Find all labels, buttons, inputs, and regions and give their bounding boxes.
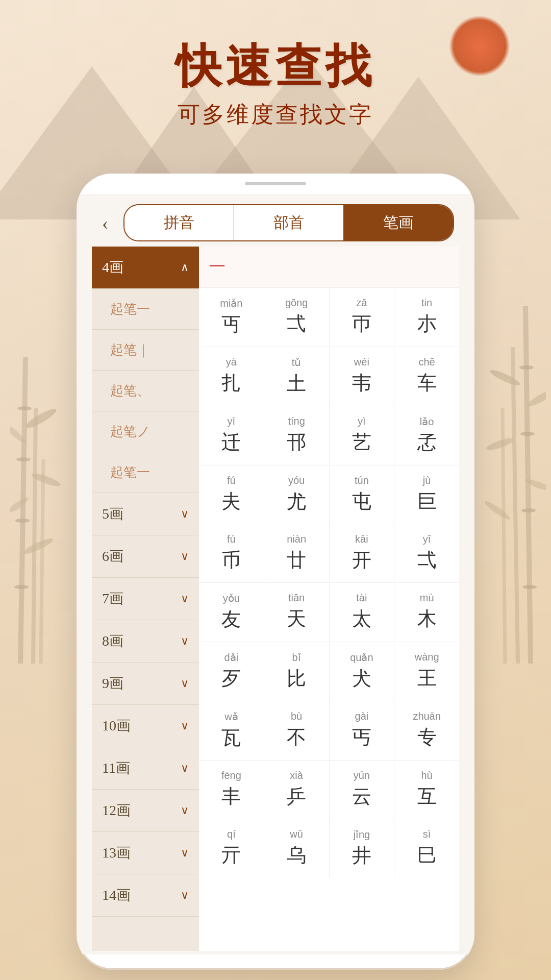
char-cell-3-1[interactable]: tíng邗 <box>264 406 329 465</box>
sidebar-item-10[interactable]: 9画∨ <box>92 663 199 705</box>
svg-point-18 <box>522 585 537 589</box>
sidebar-item-label-9: 8画 <box>102 631 123 651</box>
char-hanzi-5-1: 廿 <box>269 547 324 573</box>
char-pinyin-9-3: hù <box>399 770 454 781</box>
char-pinyin-8-1: bù <box>269 710 324 722</box>
char-cell-3-3[interactable]: lǎo孞 <box>394 406 459 465</box>
char-cell-10-2[interactable]: jǐng井 <box>330 819 394 878</box>
char-cell-8-1[interactable]: bù不 <box>264 701 329 760</box>
sidebar-item-13[interactable]: 12画∨ <box>92 790 199 832</box>
char-cell-4-2[interactable]: tún屯 <box>330 465 394 524</box>
sidebar-item-14[interactable]: 13画∨ <box>92 832 199 874</box>
char-cell-2-3[interactable]: chē车 <box>394 347 459 406</box>
sidebar-item-label-7: 6画 <box>102 547 123 566</box>
svg-point-17 <box>521 508 536 512</box>
char-cell-8-3[interactable]: zhuān专 <box>394 701 459 760</box>
char-hanzi-8-1: 不 <box>269 724 324 750</box>
char-cell-7-0[interactable]: dǎi歹 <box>199 642 264 701</box>
sidebar-item-15[interactable]: 14画∨ <box>92 874 199 917</box>
sidebar-item-9[interactable]: 8画∨ <box>92 620 199 663</box>
sidebar-item-6[interactable]: 5画∨ <box>92 493 199 535</box>
char-cell-9-2[interactable]: yún云 <box>330 761 394 819</box>
char-cell-8-2[interactable]: gài丐 <box>330 701 394 760</box>
sidebar-item-1[interactable]: 起笔一 <box>92 289 199 330</box>
char-grid: miǎn丏gōng弌zā帀tin朩yà扎tǔ土wéi韦chē车yī迁tíng邗y… <box>199 288 459 878</box>
sidebar-chevron-12: ∨ <box>181 762 189 775</box>
svg-point-16 <box>520 432 535 436</box>
char-hanzi-1-2: 帀 <box>335 311 389 337</box>
char-hanzi-3-2: 艺 <box>335 429 389 455</box>
char-cell-5-3[interactable]: yī弌 <box>394 524 459 582</box>
selected-char-bar: 一 <box>199 247 459 288</box>
char-cell-4-3[interactable]: jù巨 <box>394 465 459 524</box>
char-cell-1-2[interactable]: zā帀 <box>330 288 394 347</box>
sidebar-item-7[interactable]: 6画∨ <box>92 535 199 578</box>
char-cell-2-2[interactable]: wéi韦 <box>330 347 394 406</box>
char-hanzi-4-0: 夫 <box>204 488 259 514</box>
status-line <box>245 182 306 185</box>
sidebar-item-11[interactable]: 10画∨ <box>92 705 199 747</box>
bamboo-right-decoration <box>485 306 546 664</box>
char-cell-6-1[interactable]: tiān天 <box>264 583 329 642</box>
char-pinyin-1-1: gōng <box>269 297 324 309</box>
back-button[interactable]: ‹ <box>97 210 113 236</box>
sidebar-item-4[interactable]: 起笔ノ <box>92 411 199 452</box>
char-cell-6-2[interactable]: tài太 <box>330 583 394 642</box>
char-cell-10-0[interactable]: qí亓 <box>199 819 264 878</box>
sidebar-item-5[interactable]: 起笔⼀ <box>92 452 199 493</box>
sidebar-chevron-8: ∨ <box>181 592 189 605</box>
sidebar-item-3[interactable]: 起笔、 <box>92 371 199 411</box>
char-pinyin-3-3: lǎo <box>399 415 454 428</box>
char-cell-8-0[interactable]: wǎ瓦 <box>199 701 264 760</box>
char-hanzi-5-0: 币 <box>204 547 259 573</box>
char-cell-6-3[interactable]: mù木 <box>394 583 459 642</box>
sidebar-item-label-5: 起笔⼀ <box>102 463 150 481</box>
svg-point-6 <box>14 585 29 589</box>
char-cell-6-0[interactable]: yǒu友 <box>199 583 264 642</box>
char-cell-3-2[interactable]: yì艺 <box>330 406 394 465</box>
sidebar-item-2[interactable]: 起笔｜ <box>92 330 199 371</box>
char-cell-4-0[interactable]: fú夫 <box>199 465 264 524</box>
char-cell-10-3[interactable]: sì巳 <box>394 819 459 878</box>
char-hanzi-10-3: 巳 <box>399 842 454 868</box>
char-hanzi-2-0: 扎 <box>204 370 259 396</box>
char-cell-10-1[interactable]: wū乌 <box>264 819 329 878</box>
sidebar: 4画∧起笔一起笔｜起笔、起笔ノ起笔⼀5画∨6画∨7画∨8画∨9画∨10画∨11画… <box>92 247 199 951</box>
char-cell-2-0[interactable]: yà扎 <box>199 347 264 406</box>
char-hanzi-1-3: 朩 <box>399 311 454 337</box>
char-hanzi-2-3: 车 <box>399 370 454 396</box>
char-cell-1-0[interactable]: miǎn丏 <box>199 288 264 347</box>
char-cell-9-1[interactable]: xià乒 <box>264 761 329 819</box>
char-hanzi-3-0: 迁 <box>204 429 259 455</box>
char-pinyin-10-3: sì <box>399 828 454 840</box>
char-pinyin-5-1: niàn <box>269 533 324 545</box>
char-hanzi-3-1: 邗 <box>269 429 324 455</box>
char-hanzi-9-3: 互 <box>399 783 454 810</box>
char-hanzi-4-3: 巨 <box>399 488 454 514</box>
char-cell-4-1[interactable]: yóu尤 <box>264 465 329 524</box>
char-cell-7-3[interactable]: wàng王 <box>394 642 459 701</box>
sidebar-item-8[interactable]: 7画∨ <box>92 578 199 620</box>
char-hanzi-9-2: 云 <box>335 783 389 810</box>
char-cell-5-0[interactable]: fú币 <box>199 524 264 582</box>
char-cell-1-1[interactable]: gōng弌 <box>264 288 329 347</box>
svg-point-11 <box>10 496 30 516</box>
char-cell-5-2[interactable]: kāi开 <box>330 524 394 582</box>
sidebar-item-0[interactable]: 4画∧ <box>92 247 199 289</box>
char-pinyin-8-2: gài <box>335 710 389 722</box>
char-hanzi-10-2: 井 <box>335 843 389 869</box>
tab-pinyin[interactable]: 拼音 <box>124 205 234 240</box>
tab-bushou[interactable]: 部首 <box>234 205 344 240</box>
char-cell-3-0[interactable]: yī迁 <box>199 406 264 465</box>
char-cell-5-1[interactable]: niàn廿 <box>264 524 329 582</box>
char-cell-9-3[interactable]: hù互 <box>394 761 459 819</box>
char-cell-9-0[interactable]: fēng丰 <box>199 761 264 819</box>
char-cell-2-1[interactable]: tǔ土 <box>264 347 329 406</box>
char-hanzi-8-3: 专 <box>399 724 454 750</box>
sidebar-item-12[interactable]: 11画∨ <box>92 747 199 790</box>
char-cell-7-2[interactable]: quǎn犬 <box>330 642 394 701</box>
char-cell-1-3[interactable]: tin朩 <box>394 288 459 347</box>
char-cell-7-1[interactable]: bǐ比 <box>264 642 329 701</box>
char-pinyin-6-0: yǒu <box>204 592 259 604</box>
tab-bihua[interactable]: 笔画 <box>344 205 453 240</box>
